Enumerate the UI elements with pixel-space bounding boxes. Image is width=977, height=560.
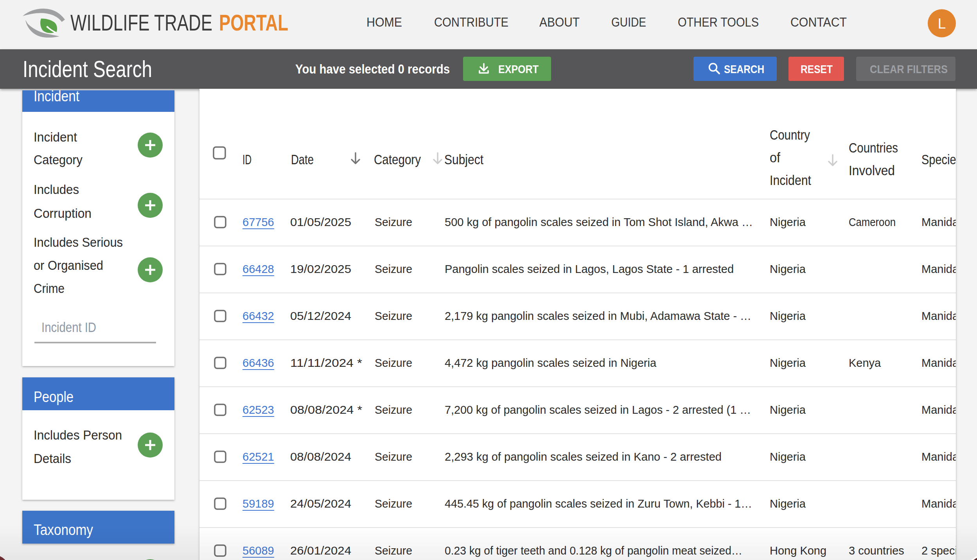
svg-text:Includes Serious: Includes Serious bbox=[34, 235, 123, 249]
svg-text:59189: 59189 bbox=[242, 497, 274, 510]
svg-text:11/11/2024 *: 11/11/2024 * bbox=[290, 357, 362, 369]
svg-text:L: L bbox=[938, 16, 946, 32]
svg-text:You have selected 0 records: You have selected 0 records bbox=[295, 62, 450, 76]
svg-text:62521: 62521 bbox=[242, 451, 274, 463]
svg-text:Seizure: Seizure bbox=[375, 451, 412, 463]
svg-text:Countries: Countries bbox=[849, 140, 898, 155]
svg-text:24/05/2024: 24/05/2024 bbox=[290, 497, 351, 510]
svg-text:Nigeria: Nigeria bbox=[770, 357, 806, 369]
svg-text:Country: Country bbox=[770, 127, 810, 142]
svg-text:Nigeria: Nigeria bbox=[770, 310, 806, 322]
svg-text:Seizure: Seizure bbox=[375, 357, 412, 369]
svg-text:Incident: Incident bbox=[34, 88, 79, 104]
svg-text:66432: 66432 bbox=[242, 310, 274, 322]
svg-text:01/05/2025: 01/05/2025 bbox=[290, 216, 351, 228]
svg-text:Includes Person: Includes Person bbox=[34, 427, 122, 442]
svg-text:08/08/2024 *: 08/08/2024 * bbox=[290, 404, 362, 416]
svg-text:Kenya: Kenya bbox=[849, 357, 881, 369]
svg-text:HOME: HOME bbox=[366, 15, 402, 29]
svg-text:Category: Category bbox=[34, 152, 83, 167]
svg-text:67756: 67756 bbox=[242, 216, 274, 228]
svg-text:500 kg of pangolin scales seiz: 500 kg of pangolin scales seized in Tom … bbox=[445, 216, 753, 228]
svg-text:Nigeria: Nigeria bbox=[770, 404, 806, 416]
svg-text:OTHER TOOLS: OTHER TOOLS bbox=[678, 15, 759, 29]
svg-text:Species: Species bbox=[921, 152, 962, 167]
svg-text:CONTRIBUTE: CONTRIBUTE bbox=[434, 15, 508, 29]
svg-text:GUIDE: GUIDE bbox=[611, 15, 646, 29]
svg-text:2,293 kg of pangolin scales se: 2,293 kg of pangolin scales seized in Ka… bbox=[445, 451, 722, 463]
svg-text:Corruption: Corruption bbox=[34, 206, 92, 221]
svg-text:CLEAR FILTERS: CLEAR FILTERS bbox=[870, 63, 948, 75]
svg-text:Includes: Includes bbox=[34, 182, 79, 197]
svg-text:Involved: Involved bbox=[849, 163, 895, 178]
svg-text:Nigeria: Nigeria bbox=[770, 216, 806, 228]
svg-text:Seizure: Seizure bbox=[375, 263, 412, 275]
svg-text:05/12/2024: 05/12/2024 bbox=[290, 310, 351, 322]
svg-text:Date: Date bbox=[291, 152, 314, 167]
svg-text:ABOUT: ABOUT bbox=[539, 15, 580, 29]
svg-text:CONTACT: CONTACT bbox=[790, 15, 847, 29]
svg-text:08/08/2024: 08/08/2024 bbox=[290, 451, 351, 463]
svg-text:People: People bbox=[34, 389, 74, 405]
svg-text:Pangolin scales seized in Lago: Pangolin scales seized in Lagos, Lagos S… bbox=[445, 263, 734, 275]
svg-text:Nigeria: Nigeria bbox=[770, 451, 806, 463]
svg-text:2,179 kg pangolin scales seize: 2,179 kg pangolin scales seized in Mubi,… bbox=[445, 310, 751, 322]
svg-text:Category: Category bbox=[374, 152, 421, 167]
svg-text:WILDLIFE TRADE: WILDLIFE TRADE bbox=[70, 10, 212, 35]
svg-text:PORTAL: PORTAL bbox=[219, 10, 288, 35]
svg-text:or Organised: or Organised bbox=[34, 258, 103, 273]
svg-text:19/02/2025: 19/02/2025 bbox=[290, 263, 351, 275]
svg-text:7,200 kg of pangolin scales se: 7,200 kg of pangolin scales seized in La… bbox=[445, 404, 751, 416]
svg-text:Cameroon: Cameroon bbox=[849, 216, 896, 228]
svg-text:Seizure: Seizure bbox=[375, 404, 412, 416]
svg-text:RESET: RESET bbox=[801, 63, 833, 75]
svg-text:SEARCH: SEARCH bbox=[724, 63, 764, 75]
svg-text:66428: 66428 bbox=[242, 263, 274, 275]
svg-text:445.45 kg of pangolin scales s: 445.45 kg of pangolin scales seized in Z… bbox=[445, 497, 752, 510]
svg-text:Incident ID: Incident ID bbox=[41, 319, 96, 335]
svg-text:Nigeria: Nigeria bbox=[770, 263, 806, 275]
svg-text:Seizure: Seizure bbox=[375, 310, 412, 322]
svg-text:EXPORT: EXPORT bbox=[498, 63, 539, 75]
svg-text:62523: 62523 bbox=[242, 404, 274, 416]
svg-text:of: of bbox=[770, 150, 780, 165]
svg-text:Incident Search: Incident Search bbox=[23, 56, 152, 82]
svg-text:Incident: Incident bbox=[770, 172, 811, 188]
svg-text:4,472 kg pangolin scales seize: 4,472 kg pangolin scales seized in Niger… bbox=[445, 357, 657, 369]
svg-text:ID: ID bbox=[242, 152, 251, 167]
svg-text:Seizure: Seizure bbox=[375, 216, 412, 228]
svg-text:Seizure: Seizure bbox=[375, 497, 412, 510]
svg-text:66436: 66436 bbox=[242, 357, 274, 369]
svg-text:Incident: Incident bbox=[34, 129, 77, 144]
svg-text:Crime: Crime bbox=[34, 281, 65, 296]
svg-text:Subject: Subject bbox=[444, 152, 483, 167]
svg-text:Details: Details bbox=[34, 451, 71, 466]
svg-text:Nigeria: Nigeria bbox=[770, 497, 806, 510]
